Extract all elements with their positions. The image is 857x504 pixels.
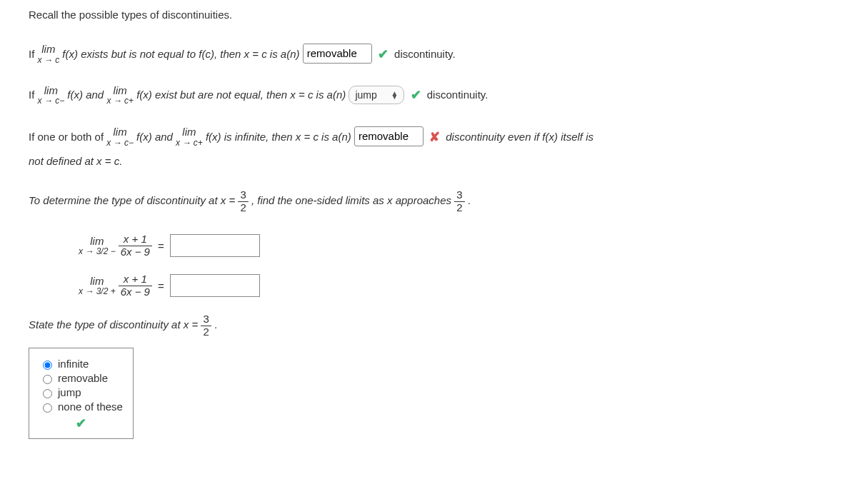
text: If: [29, 47, 38, 59]
text: f(x) is infinite, then x = c is a(n): [206, 130, 354, 142]
fraction: x + 1 6x − 9: [119, 233, 152, 258]
answer-options-box: infinite removable jump none of these ✔: [29, 348, 134, 439]
option-infinite[interactable]: infinite: [39, 358, 123, 370]
determine-line: To determine the type of discontinuity a…: [29, 189, 828, 213]
text: If: [29, 89, 38, 101]
text: f(x) and: [67, 89, 106, 101]
statement-1: If lim x → c f(x) exists but is not equa…: [29, 44, 828, 65]
updown-icon: ▲▼: [391, 91, 399, 99]
text: f(x) exist but are not equal, then x = c…: [136, 89, 349, 101]
limit-notation-left: lim x → c−: [38, 85, 65, 106]
text: If one or both of: [29, 130, 106, 142]
option-label: removable: [58, 372, 108, 384]
limit-right-row: lim x → 3/2 + x + 1 6x − 9 =: [79, 273, 828, 298]
check-icon: ✔: [76, 416, 86, 430]
text: f(x) and: [136, 130, 176, 142]
text: To determine the type of discontinuity a…: [29, 194, 238, 206]
fraction: 3 2: [201, 313, 211, 338]
text: not defined at x = c.: [29, 153, 828, 170]
discontinuity-type-input-1[interactable]: [303, 44, 372, 64]
limit-right-answer-input[interactable]: [170, 274, 260, 297]
option-label: jump: [58, 386, 81, 398]
check-icon: ✔: [411, 88, 421, 102]
radio-infinite[interactable]: [43, 361, 52, 370]
fraction: x + 1 6x − 9: [119, 273, 152, 298]
text: discontinuity even if f(x) itself is: [446, 130, 593, 142]
option-removable[interactable]: removable: [39, 372, 123, 384]
equals: =: [158, 240, 164, 252]
limit-notation: lim x → 3/2 +: [79, 276, 116, 297]
fraction: 3 2: [238, 189, 248, 213]
option-none[interactable]: none of these: [39, 400, 123, 413]
text: .: [214, 318, 217, 331]
statement-3: If one or both of lim x → c− f(x) and li…: [29, 126, 828, 170]
text: discontinuity.: [394, 47, 456, 59]
limit-left-row: lim x → 3/2 − x + 1 6x − 9 =: [79, 233, 828, 258]
limit-notation-left: lim x → c−: [106, 126, 134, 148]
text: f(x) exists but is not equal to f(c), th…: [62, 47, 302, 59]
text: discontinuity.: [427, 89, 488, 101]
radio-removable[interactable]: [43, 375, 52, 384]
state-line: State the type of discontinuity at x = 3…: [29, 313, 828, 338]
limit-notation-right: lim x → c+: [176, 126, 203, 148]
cross-icon: ✘: [429, 130, 440, 144]
limit-notation-right: lim x → c+: [106, 85, 134, 106]
text: State the type of discontinuity at x =: [29, 318, 201, 331]
text: , find the one-sided limits as x approac…: [251, 194, 454, 206]
discontinuity-type-select[interactable]: jump ▲▼: [349, 86, 404, 104]
option-jump[interactable]: jump: [39, 386, 123, 398]
check-icon: ✔: [378, 47, 389, 61]
equals: =: [158, 280, 164, 292]
option-label: none of these: [58, 400, 123, 413]
option-label: infinite: [58, 358, 89, 370]
fraction: 3 2: [454, 189, 464, 213]
limit-notation: lim x → c: [38, 44, 60, 65]
discontinuity-type-input-3[interactable]: [354, 126, 424, 146]
intro-text: Recall the possible types of discontinui…: [29, 7, 828, 24]
limit-notation: lim x → 3/2 −: [79, 236, 116, 257]
limit-left-answer-input[interactable]: [170, 234, 260, 257]
text: .: [468, 194, 471, 206]
radio-none[interactable]: [43, 403, 52, 413]
radio-jump[interactable]: [43, 389, 52, 398]
statement-2: If lim x → c− f(x) and lim x → c+ f(x) e…: [29, 85, 828, 106]
